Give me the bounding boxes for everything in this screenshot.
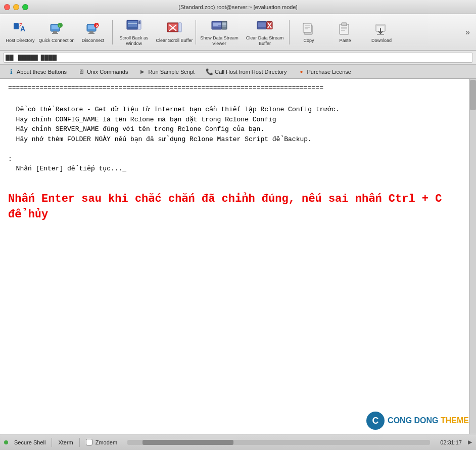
- watermark: C CONG DONG THEME: [366, 412, 469, 430]
- tab-about-buttons-label: About these Buttons: [17, 69, 67, 75]
- toolbar-copy[interactable]: Copy: [291, 16, 327, 49]
- statusbar: Secure Shell Xterm Zmodem 02:31:17 ▶: [0, 434, 476, 450]
- tab-run-sample-script[interactable]: ▶ Run Sample Script: [133, 66, 200, 78]
- tab-about-buttons[interactable]: ℹ About these Buttons: [2, 66, 72, 78]
- window-title: (Standard.zoc) root@server:~ [evaluation…: [178, 4, 297, 10]
- svg-rect-25: [178, 23, 181, 32]
- tab-purchase-license-label: Purchase License: [307, 69, 351, 75]
- vertical-scrollbar[interactable]: [469, 79, 476, 434]
- toolbar-paste[interactable]: Paste: [327, 16, 363, 49]
- toolbar-separator-3: [289, 20, 290, 44]
- svg-rect-51: [376, 24, 385, 26]
- watermark-text: CONG DONG THEME: [388, 416, 469, 425]
- toolbar-clear-data-stream[interactable]: Clear Data Stream Buffer: [242, 16, 288, 49]
- statusbar-xterm: Xterm: [58, 439, 73, 445]
- toolbar-download-label: Download: [371, 38, 392, 43]
- navtabs: ℹ About these Buttons 🖥 Unix Commands ▶ …: [0, 65, 476, 79]
- statusbar-scrollbar[interactable]: [127, 440, 430, 445]
- svg-rect-0: [14, 23, 19, 29]
- statusbar-sep-2: [79, 438, 80, 447]
- svg-rect-4: [52, 25, 59, 29]
- terminal-line-4: Hãy nhớ thêm FOLDER NGÀY nếu bạn đã sử d…: [8, 134, 461, 145]
- toolbar: A Z Host Directory + Quick Connection: [0, 14, 476, 51]
- svg-rect-16: [128, 21, 137, 27]
- tab-call-host-label: Call Host from Host Directory: [215, 69, 287, 75]
- minimize-button[interactable]: [13, 4, 19, 10]
- window-controls[interactable]: [4, 4, 28, 10]
- toolbar-scroll-back-label: Scroll Back as Window: [114, 35, 154, 47]
- toolbar-separator-1: [112, 20, 113, 44]
- toolbar-disconnect[interactable]: ✕ Disconnect: [75, 16, 111, 49]
- toolbar-quick-connection[interactable]: + Quick Connection: [38, 16, 75, 49]
- svg-rect-46: [342, 23, 347, 26]
- terminal-red-message: Nhấn Enter sau khi chắc chắn đã chỉnh đú…: [8, 192, 461, 223]
- svg-rect-33: [222, 23, 226, 24]
- addressbar: [0, 51, 476, 65]
- svg-rect-5: [53, 31, 57, 33]
- purchase-license-icon: ●: [298, 68, 305, 75]
- svg-rect-12: [88, 33, 94, 34]
- statusbar-sep-1: [52, 438, 52, 447]
- close-button[interactable]: [4, 4, 10, 10]
- terminal-line-colon: :: [8, 154, 461, 164]
- statusbar-scroll-thumb[interactable]: [142, 440, 233, 445]
- watermark-cong: CONG: [388, 416, 412, 425]
- paste-icon: [337, 21, 353, 37]
- toolbar-clear-scroll[interactable]: Clear Scroll Buffer: [154, 16, 195, 49]
- watermark-theme: THEME: [439, 416, 469, 425]
- quick-connection-icon: +: [49, 21, 65, 37]
- svg-rect-34: [222, 24, 226, 25]
- connection-indicator: [4, 440, 8, 444]
- svg-text:✕: ✕: [96, 24, 99, 28]
- toolbar-scroll-back[interactable]: Scroll Back as Window: [114, 16, 154, 49]
- host-directory-icon: A Z: [12, 21, 28, 37]
- clear-scroll-icon: [166, 21, 182, 37]
- tab-unix-commands[interactable]: 🖥 Unix Commands: [72, 66, 133, 78]
- svg-rect-41: [303, 23, 311, 32]
- address-input[interactable]: [3, 53, 473, 63]
- watermark-dong: DONG: [412, 416, 438, 425]
- secure-shell-label: Secure Shell: [14, 439, 45, 445]
- download-icon: [373, 21, 390, 37]
- toolbar-host-directory-label: Host Directory: [6, 38, 34, 43]
- maximize-button[interactable]: [22, 4, 28, 10]
- toolbar-data-stream-label: Show Data Stream Viewer: [197, 35, 242, 47]
- toolbar-host-directory[interactable]: A Z Host Directory: [2, 16, 38, 49]
- copy-icon: [301, 21, 317, 37]
- watermark-logo: C: [366, 412, 385, 430]
- terminal[interactable]: ========================================…: [0, 79, 469, 434]
- terminal-line-1: Để có thể Restore - Get dữ liệu từ Inter…: [8, 105, 461, 115]
- toolbar-data-stream[interactable]: Show Data Stream Viewer: [197, 16, 242, 49]
- terminal-separator: ========================================…: [8, 83, 461, 93]
- statusbar-arrow-button[interactable]: ▶: [468, 439, 472, 445]
- toolbar-quick-connection-label: Quick Connection: [38, 38, 74, 43]
- scrollbar-thumb[interactable]: [470, 80, 476, 110]
- tab-unix-commands-label: Unix Commands: [87, 69, 128, 75]
- toolbar-expand-button[interactable]: »: [461, 26, 474, 39]
- toolbar-copy-label: Copy: [303, 38, 314, 43]
- toolbar-disconnect-label: Disconnect: [82, 38, 105, 43]
- run-sample-script-icon: ▶: [139, 68, 146, 75]
- titlebar: (Standard.zoc) root@server:~ [evaluation…: [0, 0, 476, 14]
- toolbar-clear-scroll-label: Clear Scroll Buffer: [156, 38, 193, 43]
- statusbar-zmodem: Zmodem: [86, 439, 117, 445]
- tab-purchase-license[interactable]: ● Purchase License: [293, 66, 357, 78]
- svg-text:Z: Z: [19, 23, 22, 28]
- svg-rect-29: [213, 24, 221, 25]
- svg-rect-17: [128, 23, 137, 24]
- svg-text:+: +: [59, 24, 61, 28]
- toolbar-separator-2: [196, 20, 196, 44]
- data-stream-icon: [211, 18, 227, 34]
- svg-rect-6: [52, 33, 58, 34]
- about-buttons-icon: ℹ: [8, 68, 15, 75]
- svg-rect-20: [138, 21, 140, 24]
- svg-rect-11: [89, 31, 93, 33]
- zmodem-checkbox[interactable]: [86, 439, 92, 445]
- toolbar-download[interactable]: Download: [363, 16, 400, 49]
- tab-call-host[interactable]: 📞 Call Host from Host Directory: [200, 66, 292, 78]
- toolbar-clear-data-stream-label: Clear Data Stream Buffer: [242, 35, 288, 47]
- xterm-label: Xterm: [58, 439, 73, 445]
- call-host-icon: 📞: [206, 68, 213, 75]
- statusbar-secure-shell: Secure Shell: [14, 439, 45, 445]
- statusbar-time: 02:31:17: [440, 439, 462, 445]
